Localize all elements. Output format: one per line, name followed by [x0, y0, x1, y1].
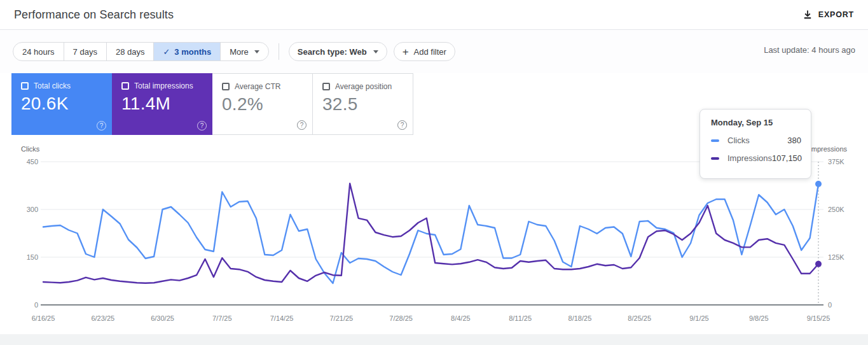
add-filter-button[interactable]: + Add filter — [394, 42, 455, 61]
metric-card-average-ctr[interactable]: Average CTR0.2%? — [212, 73, 313, 135]
checkbox-icon[interactable] — [322, 83, 330, 90]
x-axis-tick: 7/21/25 — [329, 314, 353, 322]
more-date-ranges-button[interactable]: More — [221, 43, 268, 60]
impressions-line — [43, 183, 818, 283]
date-range-label: 28 days — [116, 47, 145, 57]
x-axis-tick: 9/1/25 — [689, 314, 709, 322]
search-type-label: Search type: Web — [298, 47, 367, 57]
impressions-highlight-dot — [815, 261, 822, 267]
series-dash-icon — [711, 139, 719, 142]
filter-separator — [279, 43, 279, 60]
tooltip-date: Monday, Sep 15 — [711, 118, 801, 127]
left-axis-tick: 300 — [6, 206, 38, 213]
clicks-highlight-dot — [815, 181, 822, 187]
x-axis-tick: 6/30/25 — [151, 314, 174, 322]
x-axis-tick: 8/18/25 — [568, 314, 592, 322]
help-icon[interactable]: ? — [197, 121, 207, 130]
right-axis-tick: 0 — [828, 301, 832, 309]
search-console-performance-page: Performance on Search results EXPORT 24 … — [0, 0, 868, 345]
plus-icon: + — [403, 46, 409, 57]
x-axis-tick: 7/28/25 — [389, 314, 413, 322]
date-range-chip-28-days[interactable]: 28 days — [107, 43, 155, 60]
metric-value: 0.2% — [222, 94, 306, 115]
chart-tooltip: Monday, Sep 15 Clicks380Impressions107,1… — [699, 109, 811, 179]
tooltip-series-value: 107,150 — [772, 153, 802, 163]
checkbox-icon[interactable] — [222, 83, 230, 90]
tooltip-series-label: Clicks — [727, 136, 750, 145]
tooltip-row-clicks: Clicks380 — [711, 136, 801, 145]
left-axis-tick: 450 — [6, 158, 38, 165]
help-icon[interactable]: ? — [297, 120, 307, 130]
left-axis-tick: 150 — [6, 253, 38, 261]
metric-value: 20.6K — [21, 94, 106, 114]
page-title: Performance on Search results — [14, 8, 174, 22]
metric-cards-row: Total clicks20.6K?Total impressions11.4M… — [11, 73, 413, 135]
chevron-down-icon — [254, 50, 259, 53]
x-axis-tick: 6/23/25 — [91, 314, 114, 322]
last-update-text: Last update: 4 hours ago — [764, 45, 855, 55]
date-range-chip-24-hours[interactable]: 24 hours — [13, 43, 64, 60]
series-dash-icon — [711, 157, 719, 160]
date-range-chip-3-months[interactable]: ✓3 months — [154, 43, 221, 60]
x-axis-tick: 6/16/25 — [32, 314, 55, 322]
metric-label-row: Average CTR — [222, 82, 306, 91]
metric-value: 32.5 — [322, 94, 406, 115]
search-type-filter[interactable]: Search type: Web — [289, 42, 387, 61]
metric-card-total-impressions[interactable]: Total impressions11.4M? — [112, 73, 212, 135]
date-range-label: 24 hours — [22, 47, 55, 57]
metric-label: Total impressions — [134, 81, 193, 90]
left-axis-title: Clicks — [21, 145, 39, 153]
checkbox-icon[interactable] — [21, 82, 29, 90]
metric-label: Average CTR — [235, 82, 280, 91]
filter-bar: 24 hours7 days28 days✓3 monthsMore Searc… — [0, 30, 868, 73]
bottom-strip — [0, 334, 868, 345]
download-icon — [803, 10, 813, 20]
metric-label-row: Average position — [322, 82, 406, 91]
export-label: EXPORT — [818, 10, 854, 19]
clicks-line — [43, 184, 818, 283]
right-axis-title: Impressions — [809, 145, 847, 153]
metric-card-total-clicks[interactable]: Total clicks20.6K? — [11, 73, 112, 135]
right-axis-tick: 375K — [828, 158, 844, 165]
x-axis-tick: 9/15/25 — [807, 314, 830, 322]
help-icon[interactable]: ? — [397, 120, 407, 130]
metric-card-average-position[interactable]: Average position32.5? — [313, 73, 413, 135]
help-icon[interactable]: ? — [97, 121, 106, 130]
tooltip-series-value: 380 — [787, 136, 801, 145]
metric-label: Average position — [335, 82, 392, 91]
tooltip-series-label: Impressions — [727, 153, 772, 163]
x-axis-tick: 7/14/25 — [270, 314, 294, 322]
right-axis-tick: 250K — [828, 206, 844, 213]
more-label: More — [230, 47, 249, 57]
metric-label-row: Total impressions — [121, 81, 206, 90]
check-icon: ✓ — [163, 47, 170, 57]
date-range-label: 3 months — [174, 47, 211, 57]
x-axis-tick: 8/11/25 — [509, 314, 532, 322]
x-axis-tick: 9/8/25 — [749, 314, 769, 322]
x-axis-tick: 8/25/25 — [628, 314, 651, 322]
tooltip-rows: Clicks380Impressions107,150 — [711, 136, 801, 163]
checkbox-icon[interactable] — [121, 82, 129, 90]
tooltip-row-impressions: Impressions107,150 — [711, 153, 801, 163]
page-header: Performance on Search results EXPORT — [0, 0, 868, 30]
metric-label-row: Total clicks — [21, 81, 106, 90]
x-axis-tick: 7/7/25 — [212, 314, 232, 322]
export-button[interactable]: EXPORT — [803, 10, 854, 20]
date-range-chip-7-days[interactable]: 7 days — [64, 43, 107, 60]
right-axis-tick: 125K — [828, 253, 844, 261]
left-axis-tick: 0 — [6, 301, 38, 309]
x-axis-tick: 8/4/25 — [451, 314, 471, 322]
date-range-group: 24 hours7 days28 days✓3 monthsMore — [13, 42, 269, 61]
chevron-down-icon — [373, 50, 378, 53]
metric-value: 11.4M — [121, 94, 206, 114]
date-range-label: 7 days — [73, 47, 97, 57]
metric-label: Total clicks — [34, 81, 71, 90]
add-filter-label: Add filter — [414, 47, 446, 57]
